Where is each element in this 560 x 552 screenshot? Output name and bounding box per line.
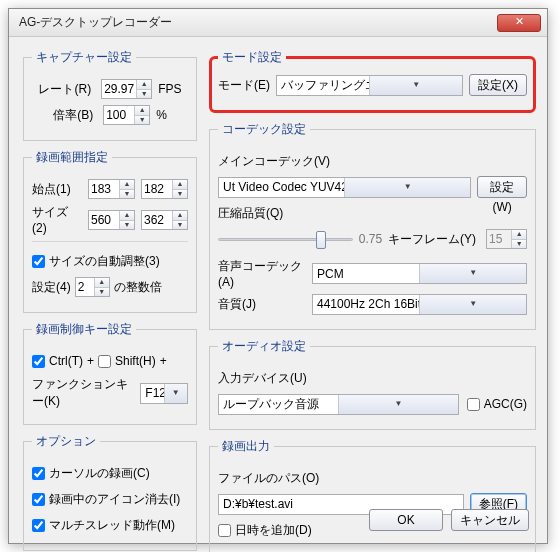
mode-legend: モード設定 bbox=[218, 49, 286, 66]
size-w-spinner[interactable]: ▲▼ bbox=[88, 210, 135, 230]
path-label: ファイルのパス(O) bbox=[218, 470, 319, 487]
window-title: AG-デスクトップレコーダー bbox=[19, 14, 497, 31]
agc-checkbox[interactable]: AGC(G) bbox=[467, 397, 527, 411]
keyframe-spinner[interactable]: ▲▼ bbox=[486, 229, 527, 249]
mode-settings-button[interactable]: 設定(X) bbox=[469, 74, 527, 96]
close-button[interactable]: ✕ bbox=[497, 14, 541, 32]
autosize-checkbox[interactable]: サイズの自動調整(3) bbox=[32, 253, 160, 270]
maincodec-settings-button[interactable]: 設定(W) bbox=[477, 176, 527, 198]
spin-up-icon[interactable]: ▲ bbox=[137, 80, 151, 89]
chevron-down-icon[interactable]: ▼ bbox=[419, 264, 526, 283]
maincodec-combo[interactable]: Ut Video Codec YUV420 (ULY0) DMO x86▼ bbox=[218, 177, 471, 198]
rate-label: レート(R) bbox=[38, 81, 91, 98]
magnify-label: 倍率(B) bbox=[53, 107, 93, 124]
audio-group: オーディオ設定 入力デバイス(U) ループバック音源▼ AGC(G) bbox=[209, 338, 536, 430]
quality-slider[interactable] bbox=[218, 230, 353, 248]
audio-legend: オーディオ設定 bbox=[218, 338, 310, 355]
unit-spinner[interactable]: ▲▼ bbox=[75, 277, 110, 297]
chevron-down-icon[interactable]: ▼ bbox=[338, 395, 458, 414]
keyframe-label: キーフレーム(Y) bbox=[388, 231, 476, 248]
codec-group: コーデック設定 メインコーデック(V) Ut Video Codec YUV42… bbox=[209, 121, 536, 330]
maincodec-label: メインコーデック(V) bbox=[218, 153, 330, 170]
quality-label: 圧縮品質(Q) bbox=[218, 205, 283, 222]
quality-value: 0.75 bbox=[359, 232, 382, 246]
fn-label: ファンクションキー(K) bbox=[32, 376, 134, 410]
fn-combo[interactable]: F12▼ bbox=[140, 383, 188, 404]
capture-legend: キャプチャー設定 bbox=[32, 49, 136, 66]
options-legend: オプション bbox=[32, 433, 100, 450]
acodec-label: 音声コーデック(A) bbox=[218, 258, 306, 289]
device-label: 入力デバイス(U) bbox=[218, 370, 307, 387]
cancel-button[interactable]: キャンセル bbox=[451, 509, 529, 531]
mode-label: モード(E) bbox=[218, 77, 270, 94]
chevron-down-icon[interactable]: ▼ bbox=[419, 295, 526, 314]
multithread-checkbox[interactable]: マルチスレッド動作(M) bbox=[32, 517, 175, 534]
unit-label: 設定(4) bbox=[32, 279, 71, 296]
trayicon-checkbox[interactable]: 録画中のアイコン消去(I) bbox=[32, 491, 180, 508]
datetime-checkbox[interactable]: 日時を追加(D) bbox=[218, 522, 312, 539]
aqual-label: 音質(J) bbox=[218, 296, 306, 313]
start-y-spinner[interactable]: ▲▼ bbox=[141, 179, 188, 199]
size-label: サイズ(2) bbox=[32, 204, 78, 235]
acodec-combo[interactable]: PCM▼ bbox=[312, 263, 527, 284]
magnify-spinner[interactable]: ▲▼ bbox=[103, 105, 150, 125]
percent-label: % bbox=[156, 108, 167, 122]
titlebar: AG-デスクトップレコーダー ✕ bbox=[9, 9, 547, 37]
device-combo[interactable]: ループバック音源▼ bbox=[218, 394, 459, 415]
unit-suffix: の整数倍 bbox=[114, 279, 162, 296]
ok-button[interactable]: OK bbox=[369, 509, 443, 531]
output-legend: 録画出力 bbox=[218, 438, 274, 455]
mode-combo[interactable]: バッファリングエンコード▼ bbox=[276, 75, 463, 96]
capture-group: キャプチャー設定 レート(R) ▲▼ FPS 倍率(B) ▲▼ % bbox=[23, 49, 197, 141]
start-label: 始点(1) bbox=[32, 181, 78, 198]
fps-label: FPS bbox=[158, 82, 181, 96]
chevron-down-icon[interactable]: ▼ bbox=[164, 384, 187, 403]
dialog-window: AG-デスクトップレコーダー ✕ キャプチャー設定 レート(R) ▲▼ FPS … bbox=[8, 8, 548, 544]
aqual-combo[interactable]: 44100Hz 2Ch 16Bits 1411kbps▼ bbox=[312, 294, 527, 315]
spin-down-icon[interactable]: ▼ bbox=[137, 89, 151, 98]
rate-spinner[interactable]: ▲▼ bbox=[101, 79, 152, 99]
start-x-spinner[interactable]: ▲▼ bbox=[88, 179, 135, 199]
chevron-down-icon[interactable]: ▼ bbox=[344, 178, 470, 197]
size-h-spinner[interactable]: ▲▼ bbox=[141, 210, 188, 230]
keys-legend: 録画制御キー設定 bbox=[32, 321, 136, 338]
options-group: オプション カーソルの録画(C) 録画中のアイコン消去(I) マルチスレッド動作… bbox=[23, 433, 197, 551]
mode-group: モード設定 モード(E) バッファリングエンコード▼ 設定(X) bbox=[209, 49, 536, 113]
ctrl-checkbox[interactable]: Ctrl(T) bbox=[32, 354, 83, 368]
shift-checkbox[interactable]: Shift(H) bbox=[98, 354, 156, 368]
chevron-down-icon[interactable]: ▼ bbox=[369, 76, 462, 95]
codec-legend: コーデック設定 bbox=[218, 121, 310, 138]
cursor-checkbox[interactable]: カーソルの録画(C) bbox=[32, 465, 150, 482]
keys-group: 録画制御キー設定 Ctrl(T) + Shift(H) + ファンクションキー(… bbox=[23, 321, 197, 425]
area-group: 録画範囲指定 始点(1) ▲▼ ▲▼ サイズ(2) ▲▼ ▲▼ サイズの自動調整… bbox=[23, 149, 197, 313]
output-group: 録画出力 ファイルのパス(O) 参照(F) 日時を追加(D) bbox=[209, 438, 536, 552]
area-legend: 録画範囲指定 bbox=[32, 149, 112, 166]
